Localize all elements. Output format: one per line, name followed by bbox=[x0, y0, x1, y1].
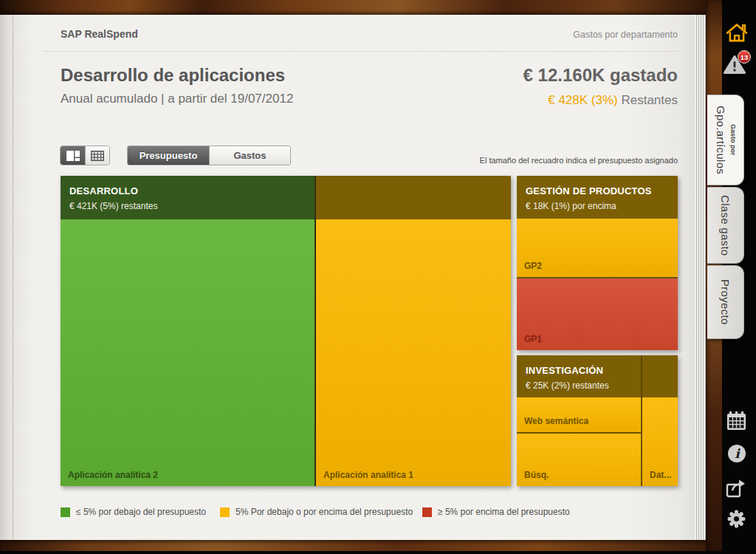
table-view-icon bbox=[91, 151, 104, 161]
page-title: Desarrollo de aplicaciones bbox=[61, 65, 285, 86]
home-icon bbox=[726, 22, 748, 43]
tab-label: Gpo.artículos bbox=[715, 106, 727, 174]
legend-swatch-red bbox=[422, 507, 432, 517]
share-icon bbox=[726, 478, 746, 498]
segment-gastos[interactable]: Gastos bbox=[209, 146, 290, 165]
group-header-desarrollo-left bbox=[61, 176, 315, 219]
calendar-button[interactable] bbox=[726, 411, 746, 434]
cell-label: Aplicación analítica 2 bbox=[68, 470, 158, 480]
treemap-cell-aplicacion-analitica-1[interactable]: Aplicación analítica 1 bbox=[316, 219, 511, 486]
tab-label: Clase gasto bbox=[719, 195, 732, 256]
spent-amount: € 12.160K gastado bbox=[523, 65, 678, 86]
cell-label: Dat... bbox=[650, 470, 671, 480]
group-status: € 25K (2%) restantes bbox=[526, 380, 609, 391]
legend-item-under-budget: ≤ 5% por debajo del presupuesto bbox=[61, 507, 206, 517]
remaining-label: Restantes bbox=[621, 93, 678, 107]
view-toggle-group bbox=[60, 146, 110, 165]
info-icon: i bbox=[727, 444, 746, 463]
budget-treemap: DESARROLLO € 421K (5%) restantes Aplicac… bbox=[61, 176, 678, 486]
tab-proyecto[interactable]: Proyecto bbox=[707, 265, 744, 339]
treemap-group-gestion-de-productos[interactable]: GESTIÓN DE PRODUCTOS € 18K (1%) por enci… bbox=[517, 176, 678, 350]
tab-label: Proyecto bbox=[719, 279, 732, 325]
info-button[interactable]: i bbox=[727, 444, 746, 466]
legend-swatch-green bbox=[61, 507, 70, 517]
app-title: SAP RealSpend bbox=[61, 28, 138, 40]
treemap-cell-busq[interactable]: Búsq. bbox=[517, 434, 641, 486]
tab-clase-gasto[interactable]: Clase gasto bbox=[707, 187, 744, 264]
legend-item-over-budget: ≥ 5% por encima del presupuesto bbox=[422, 507, 570, 517]
group-title: GESTIÓN DE PRODUCTOS bbox=[526, 185, 652, 196]
tab-small-label: Gasto por bbox=[729, 124, 737, 156]
cell-label: Búsq. bbox=[524, 470, 549, 480]
legend-label: 5% Por debajo o por encima del presupues… bbox=[236, 507, 413, 517]
treemap-cell-aplicacion-analitica-2[interactable]: Aplicación analítica 2 bbox=[61, 219, 315, 486]
alerts-count-badge[interactable]: 13 bbox=[738, 50, 751, 64]
home-button[interactable] bbox=[726, 22, 748, 46]
group-status: € 421K (5%) restantes bbox=[69, 201, 157, 211]
cell-label: GP1 bbox=[524, 334, 542, 344]
group-column-divider bbox=[641, 355, 642, 397]
calendar-icon bbox=[726, 411, 746, 431]
book-frame-top bbox=[0, 0, 722, 15]
cell-label: Web semántica bbox=[524, 416, 588, 426]
group-title: DESARROLLO bbox=[69, 185, 138, 196]
segment-presupuesto[interactable]: Presupuesto bbox=[128, 146, 209, 165]
treemap-group-desarrollo[interactable]: DESARROLLO € 421K (5%) restantes Aplicac… bbox=[61, 176, 511, 486]
group-header-desarrollo-right bbox=[316, 176, 511, 219]
remaining-amount: € 428K (3%) Restantes bbox=[548, 93, 678, 108]
legend-swatch-yellow bbox=[220, 507, 230, 517]
page-edge-stack bbox=[695, 15, 706, 540]
treemap-cell-gp1[interactable]: GP1 bbox=[517, 278, 678, 350]
budget-expense-segmented-control: Presupuesto Gastos bbox=[127, 146, 291, 165]
legend-label: ≥ 5% por encima del presupuesto bbox=[438, 507, 570, 517]
legend-item-near-budget: 5% Por debajo o por encima del presupues… bbox=[220, 507, 413, 517]
group-title: INVESTIGACIÓN bbox=[526, 365, 603, 376]
table-view-button[interactable] bbox=[85, 146, 109, 165]
gear-icon bbox=[726, 509, 746, 529]
header-divider bbox=[44, 51, 678, 52]
cell-label: GP2 bbox=[524, 261, 542, 271]
treemap-size-hint: El tamaño del recuadro indica el presupu… bbox=[480, 156, 678, 165]
page-subtitle: Anual acumulado | a partir del 19/07/201… bbox=[61, 92, 293, 106]
treemap-cell-web-semantica[interactable]: Web semántica bbox=[517, 397, 641, 432]
treemap-group-investigacion[interactable]: INVESTIGACIÓN € 25K (2%) restantes Web s… bbox=[517, 355, 678, 486]
group-header-investigacion bbox=[517, 355, 678, 397]
settings-button[interactable] bbox=[726, 509, 746, 532]
app-screen: SAP RealSpend Gastos por departamento De… bbox=[0, 0, 756, 554]
legend-label: ≤ 5% por debajo del presupuesto bbox=[76, 507, 206, 517]
group-header-gestion bbox=[517, 176, 678, 219]
treemap-view-button[interactable] bbox=[61, 146, 85, 165]
share-button[interactable] bbox=[726, 478, 746, 501]
group-status: € 18K (1%) por encima bbox=[526, 201, 616, 211]
treemap-cell-dat[interactable]: Dat... bbox=[642, 397, 678, 486]
treemap-cell-gp2[interactable]: GP2 bbox=[517, 219, 678, 277]
book-frame-bottom bbox=[0, 540, 722, 551]
cell-label: Aplicación analítica 1 bbox=[323, 470, 413, 480]
current-view-label: Gastos por departamento bbox=[573, 30, 678, 40]
treemap-view-icon bbox=[66, 151, 80, 161]
remaining-value: € 428K (3%) bbox=[548, 93, 618, 107]
tab-gasto-por-gpo-articulos[interactable]: Gasto por Gpo.artículos bbox=[707, 95, 744, 185]
